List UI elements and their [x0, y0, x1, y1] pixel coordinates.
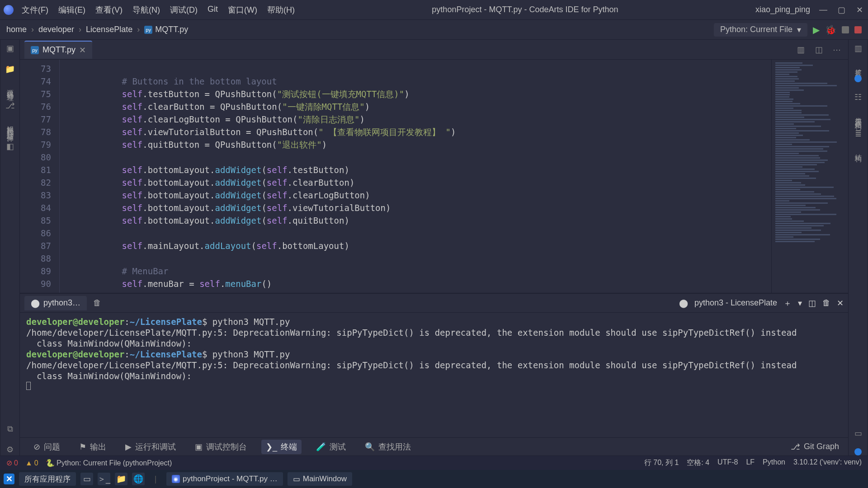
right-activity-bar: ▥ 扩展 ☷ 类层次结构 ≣ 结构 ▭ [848, 40, 868, 455]
record-button[interactable] [854, 26, 862, 33]
editor-tabs: py MQTT.py ✕ ▥ ◫ ⋯ [20, 40, 848, 60]
tab-label: 调试控制台 [206, 441, 247, 452]
tab-label: 终端 [281, 441, 297, 452]
status-warnings[interactable]: ▲0 [25, 459, 38, 467]
status-lang[interactable]: Python [763, 458, 785, 468]
bottom-tab[interactable]: ⚑输出 [75, 440, 111, 454]
chevron-down-icon[interactable]: ▾ [798, 298, 802, 308]
compare-icon[interactable]: ▥ [795, 44, 807, 56]
menu-item[interactable]: 帮助(H) [267, 5, 295, 15]
run-config-dropdown[interactable]: Python: Current File ▾ [714, 23, 807, 37]
run-button[interactable]: ▶ [813, 24, 820, 35]
menu-item[interactable]: 编辑(E) [58, 5, 85, 15]
bottom-tab[interactable]: 🧪测试 [311, 440, 350, 454]
run-controls: Python: Current File ▾ ▶ 🐞 [714, 23, 862, 37]
menu-item[interactable]: 调试(D) [170, 5, 198, 15]
breadcrumb-part[interactable]: developer [38, 25, 74, 34]
editor-body[interactable]: 737475767778798081828384858687888990 # B… [20, 60, 848, 293]
maximize-icon[interactable]: ▢ [836, 5, 846, 15]
stop-button[interactable] [842, 26, 849, 33]
tab-icon: ❯_ [266, 442, 277, 452]
bottom-tab[interactable]: 🔍查找用法 [360, 440, 415, 454]
project-icon[interactable]: ▣ [4, 42, 16, 54]
left-panel-source-control[interactable]: 源代码管理 [6, 84, 14, 91]
status-run-target[interactable]: 🐍 Python: Current File (pythonProject) [46, 459, 172, 467]
outline-icon[interactable]: ≣ [852, 128, 864, 140]
split-editor-icon[interactable]: ◫ [813, 44, 825, 56]
close-panel-icon[interactable]: ✕ [837, 298, 844, 308]
chevron-right-icon: › [31, 25, 34, 34]
hierarchy-icon[interactable]: ☷ [852, 91, 864, 103]
taskbar-desktop-icon[interactable]: ▭ [80, 473, 93, 485]
window-icon: ▭ [293, 474, 300, 484]
menu-item[interactable]: Git [208, 5, 218, 15]
editor-tab[interactable]: py MQTT.py ✕ [24, 41, 92, 59]
menu-item[interactable]: 窗口(W) [228, 5, 257, 15]
minimize-icon[interactable]: — [818, 5, 828, 15]
line-numbers: 737475767778798081828384858687888990 [20, 60, 60, 293]
bottom-tab[interactable]: ❯_终端 [261, 440, 302, 454]
layout-bottom-icon[interactable]: ▭ [852, 427, 864, 439]
bottom-tab[interactable]: ⊘问题 [29, 440, 65, 454]
user-name[interactable]: xiao_ping_ping [755, 5, 810, 14]
git-graph-label[interactable]: Git Graph [804, 442, 839, 451]
status-spaces[interactable]: 空格: 4 [687, 458, 709, 468]
layout-icon[interactable]: ▥ [852, 42, 864, 54]
taskbar-app-window[interactable]: ▭ MainWindow [288, 472, 352, 486]
breadcrumb-file[interactable]: py MQTT.py [144, 25, 188, 34]
close-tab-icon[interactable]: ✕ [79, 45, 86, 55]
close-icon[interactable]: ✕ [854, 5, 864, 15]
breadcrumb[interactable]: home › developer › LicensePlate › py MQT… [6, 25, 188, 34]
terminal-body[interactable]: developer@developer:~/LicensePlate$ pyth… [20, 313, 848, 437]
trash-icon[interactable]: 🗑 [822, 298, 830, 308]
chevron-right-icon: › [79, 25, 81, 34]
python-file-icon: py [31, 46, 39, 54]
tab-label: 测试 [330, 441, 346, 452]
terminal-tab-label: python3… [43, 298, 80, 308]
status-errors[interactable]: ⊘0 [6, 459, 18, 467]
menu-item[interactable]: 导航(N) [132, 5, 160, 15]
taskbar-app-ide[interactable]: ◉ pythonProject - MQTT.py … [166, 472, 283, 486]
os-menu-icon[interactable]: ✕ [4, 474, 14, 484]
ide-app-icon: ◉ [172, 475, 180, 483]
left-panel-kunpeng[interactable]: 鲲鹏代码迁移插件 [6, 121, 14, 131]
taskbar-app-ide-label: pythonProject - MQTT.py … [183, 474, 278, 483]
bottom-tab[interactable]: ▣调试控制台 [190, 440, 251, 454]
tab-icon: ⊘ [33, 442, 40, 452]
breadcrumb-part[interactable]: home [6, 25, 27, 34]
code-area[interactable]: # Buttons in the bottom layout self.test… [60, 60, 771, 293]
more-icon[interactable]: ⋯ [831, 44, 843, 56]
taskbar-terminal-icon[interactable]: ＞_ [98, 473, 110, 485]
editor-column: py MQTT.py ✕ ▥ ◫ ⋯ 737475767778798081828… [20, 40, 848, 455]
taskbar-all-apps[interactable]: 所有应用程序 [19, 472, 76, 486]
minimap[interactable] [771, 60, 848, 293]
add-terminal-icon[interactable]: ＋ [783, 298, 792, 309]
branch-icon[interactable]: ⎇ [4, 100, 16, 112]
right-panel-extensions[interactable]: 扩展 [854, 63, 863, 66]
menu-item[interactable]: 文件(F) [22, 5, 48, 15]
terminal-tab[interactable]: ⬤ python3… [24, 296, 87, 310]
breadcrumb-part[interactable]: LicensePlate [86, 25, 132, 34]
collapse-icon[interactable]: ⧉ [4, 423, 16, 435]
right-panel-structure[interactable]: 结构 [854, 149, 863, 151]
terminal-session-icon: ⬤ [679, 298, 688, 308]
status-eol[interactable]: LF [746, 458, 755, 468]
folder-icon[interactable]: 📁 [4, 63, 16, 75]
taskbar-app-window-label: MainWindow [303, 474, 347, 483]
taskbar-browser-icon[interactable]: 🌐 [132, 473, 145, 485]
trash-icon[interactable]: 🗑 [93, 298, 101, 308]
titlebar: 文件(F)编辑(E)查看(V)导航(N)调试(D)Git窗口(W)帮助(H) p… [0, 0, 868, 20]
right-panel-class-hierarchy[interactable]: 类层次结构 [854, 112, 863, 119]
status-interpreter[interactable]: 3.10.12 ('venv': venv) [793, 458, 862, 468]
extension-icon[interactable]: ◧ [4, 141, 16, 152]
run-config-label: Python: Current File [720, 25, 793, 34]
status-cursor[interactable]: 行 70, 列 1 [644, 458, 679, 468]
menu-item[interactable]: 查看(V) [95, 5, 123, 15]
bottom-tab[interactable]: ▶运行和调试 [121, 440, 180, 454]
taskbar-separator-icon: | [149, 473, 162, 485]
gear-icon[interactable]: ⚙ [4, 444, 16, 455]
taskbar-files-icon[interactable]: 📁 [115, 473, 127, 485]
status-encoding[interactable]: UTF-8 [717, 458, 738, 468]
split-terminal-icon[interactable]: ◫ [808, 298, 816, 308]
debug-button[interactable]: 🐞 [825, 24, 836, 35]
